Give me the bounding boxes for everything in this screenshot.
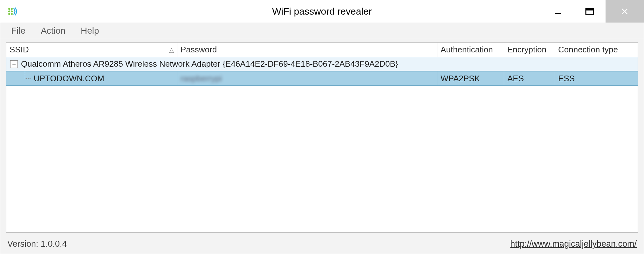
auth-value: WPA2PSK: [441, 74, 480, 84]
svg-rect-8: [586, 9, 593, 10]
version-label: Version: 1.0.0.4: [7, 239, 67, 249]
svg-rect-6: [555, 13, 561, 14]
website-link[interactable]: http://www.magicaljellybean.com/: [510, 239, 637, 249]
ssid-value: UPTODOWN.COM: [34, 74, 104, 84]
svg-point-4: [11, 10, 13, 12]
wifi-grid: SSID △ Password Authentication Encryptio…: [6, 42, 638, 233]
cell-ssid: UPTODOWN.COM: [6, 71, 177, 85]
app-icon: [7, 6, 18, 17]
column-label: Authentication: [441, 45, 493, 55]
window-controls: [542, 0, 644, 23]
table-row[interactable]: UPTODOWN.COM raspberrypi WPA2PSK AES ESS: [6, 71, 638, 86]
svg-point-0: [8, 8, 10, 10]
svg-point-5: [11, 13, 13, 15]
cell-authentication: WPA2PSK: [437, 71, 504, 85]
collapse-icon[interactable]: −: [10, 60, 18, 68]
column-header-encryption[interactable]: Encryption: [504, 43, 555, 57]
column-label: Password: [181, 45, 217, 55]
encryption-value: AES: [507, 74, 524, 84]
grid-container: SSID △ Password Authentication Encryptio…: [0, 39, 644, 236]
menu-action[interactable]: Action: [33, 24, 73, 38]
sort-ascending-icon: △: [169, 46, 174, 54]
svg-point-1: [8, 10, 10, 12]
menubar: File Action Help: [0, 23, 644, 39]
maximize-button[interactable]: [574, 0, 606, 23]
column-header-authentication[interactable]: Authentication: [437, 43, 504, 57]
svg-point-3: [11, 8, 13, 10]
menu-help[interactable]: Help: [73, 24, 107, 38]
svg-point-2: [8, 13, 10, 15]
close-button[interactable]: [606, 0, 644, 23]
minimize-button[interactable]: [542, 0, 574, 23]
adapter-group-row[interactable]: − Qualcomm Atheros AR9285 Wireless Netwo…: [6, 57, 638, 71]
cell-password: raspberrypi: [177, 71, 437, 85]
grid-header: SSID △ Password Authentication Encryptio…: [6, 43, 638, 57]
cell-encryption: AES: [504, 71, 555, 85]
column-header-connection-type[interactable]: Connection type: [555, 43, 638, 57]
column-label: Connection type: [558, 45, 618, 55]
column-label: Encryption: [507, 45, 546, 55]
cell-connection-type: ESS: [555, 71, 638, 85]
password-value: raspberrypi: [181, 74, 222, 84]
column-label: SSID: [10, 45, 29, 55]
titlebar: WiFi password revealer: [0, 0, 644, 23]
connection-value: ESS: [558, 74, 575, 84]
app-window: WiFi password revealer File Action Help …: [0, 0, 644, 254]
column-header-password[interactable]: Password: [177, 43, 437, 57]
column-header-ssid[interactable]: SSID △: [6, 43, 177, 57]
statusbar: Version: 1.0.0.4 http://www.magicaljelly…: [0, 236, 644, 254]
adapter-group-label: Qualcomm Atheros AR9285 Wireless Network…: [21, 59, 398, 69]
menu-file[interactable]: File: [3, 24, 33, 38]
